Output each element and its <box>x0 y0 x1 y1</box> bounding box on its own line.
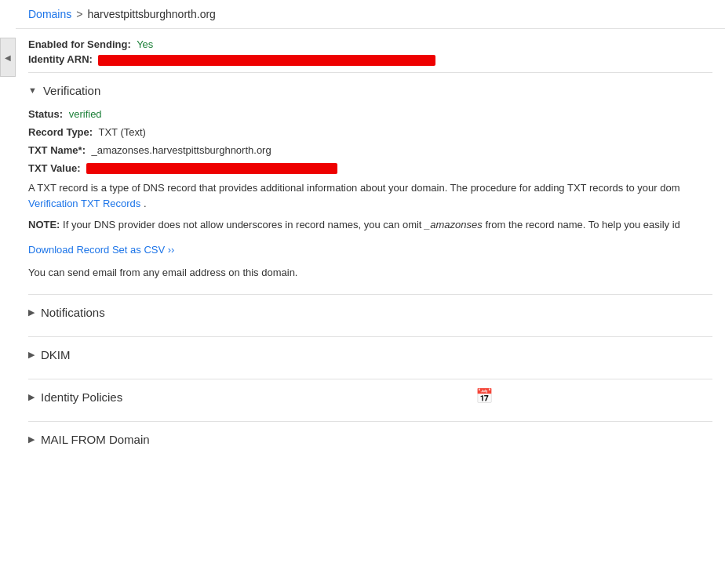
mail-from-title: MAIL FROM Domain <box>41 433 150 446</box>
identity-policies-section-header[interactable]: ▶ Identity Policies <box>28 379 712 415</box>
record-type-row: Record Type: TXT (Text) <box>28 126 712 138</box>
page-wrapper: ◀ Domains > harvestpittsburghnorth.org E… <box>0 0 725 588</box>
note2-row: NOTE: If your DNS provider does not allo… <box>28 217 712 233</box>
breadcrumb: Domains > harvestpittsburghnorth.org <box>16 0 725 29</box>
verification-title: Verification <box>43 84 100 97</box>
main-content: Domains > harvestpittsburghnorth.org Ena… <box>16 0 725 466</box>
identity-policies-section: ▶ Identity Policies 📅 <box>28 379 712 415</box>
notifications-section-header[interactable]: ▶ Notifications <box>28 295 712 330</box>
identity-arn-row: Identity ARN: <box>28 53 712 66</box>
breadcrumb-current: harvestpittsburghnorth.org <box>87 8 215 20</box>
status-label: Status: <box>28 108 63 120</box>
identity-arn-label: Identity ARN: <box>28 53 93 65</box>
status-value: verified <box>69 108 102 120</box>
txt-value-redacted <box>86 163 337 174</box>
txt-value-label: TXT Value: <box>28 162 80 174</box>
verification-section-header[interactable]: ▼ Verification <box>28 73 712 108</box>
txt-note-text: A TXT record is a type of DNS record tha… <box>28 182 680 194</box>
note2-text: If your DNS provider does not allow unde… <box>63 219 424 230</box>
dkim-chevron: ▶ <box>28 350 35 360</box>
dkim-section: ▶ DKIM <box>28 336 712 372</box>
verification-txt-records-link[interactable]: Verification TXT Records <box>28 198 140 209</box>
identity-policies-title: Identity Policies <box>41 390 122 404</box>
record-type-label: Record Type: <box>28 126 93 138</box>
note2-bold-prefix: NOTE: <box>28 219 60 230</box>
note2-italic: _amazonses <box>424 219 483 230</box>
txt-value-row: TXT Value: <box>28 162 712 175</box>
dkim-title: DKIM <box>41 348 71 361</box>
notifications-title: Notifications <box>41 306 105 319</box>
mail-from-section-header[interactable]: ▶ MAIL FROM Domain <box>28 422 712 457</box>
breadcrumb-domains-link[interactable]: Domains <box>28 8 71 20</box>
txt-name-row: TXT Name*: _amazonses.harvestpittsburghn… <box>28 144 712 156</box>
txt-name-label: TXT Name*: <box>28 144 86 156</box>
download-record-set-link[interactable]: Download Record Set as CSV ›› <box>28 244 174 256</box>
mail-from-chevron: ▶ <box>28 434 35 445</box>
notifications-chevron: ▶ <box>28 307 35 318</box>
content-area: Enabled for Sending: Yes Identity ARN: ▼… <box>16 29 725 466</box>
note2-suffix: from the record name. To help you easily… <box>485 219 679 230</box>
dkim-section-header[interactable]: ▶ DKIM <box>28 337 712 372</box>
breadcrumb-separator: > <box>76 8 82 20</box>
status-row: Status: verified <box>28 108 712 120</box>
txt-name-value: _amazonses.harvestpittsburghnorth.org <box>92 144 271 156</box>
enabled-value: Yes <box>137 38 153 50</box>
notifications-section: ▶ Notifications <box>28 294 712 330</box>
verification-section: ▼ Verification Status: verified Record T… <box>28 72 712 288</box>
record-type-value: TXT (Text) <box>99 126 146 138</box>
verification-content: Status: verified Record Type: TXT (Text)… <box>28 108 712 288</box>
identity-policies-chevron: ▶ <box>28 392 35 402</box>
side-toggle-button[interactable]: ◀ <box>0 38 16 77</box>
identity-arn-redacted <box>98 55 435 66</box>
send-info: You can send email from any email addres… <box>28 267 712 278</box>
enabled-label: Enabled for Sending: <box>28 38 131 50</box>
side-toggle-icon: ◀ <box>5 53 11 62</box>
txt-note: A TXT record is a type of DNS record tha… <box>28 180 712 211</box>
verification-chevron-down: ▼ <box>28 85 37 95</box>
enabled-for-sending-row: Enabled for Sending: Yes <box>28 38 712 50</box>
mail-from-section: ▶ MAIL FROM Domain <box>28 421 712 457</box>
